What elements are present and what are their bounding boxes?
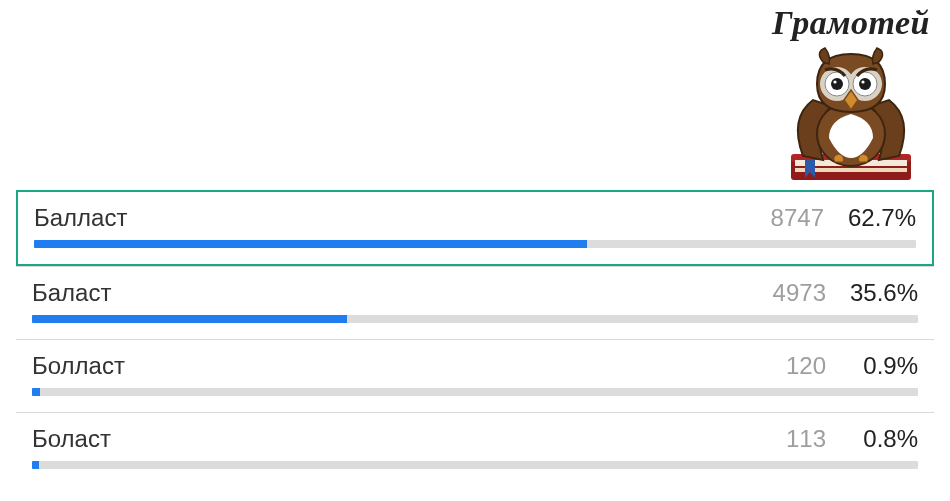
option-count: 120 <box>762 352 826 380</box>
option-label: Болласт <box>32 352 750 380</box>
brand: Грамотей <box>772 4 930 192</box>
option-bar-fill <box>32 461 39 469</box>
svg-point-11 <box>833 80 836 83</box>
poll-option[interactable]: Баласт 4973 35.6% <box>16 266 934 339</box>
poll-option[interactable]: Болласт 120 0.9% <box>16 339 934 412</box>
svg-point-9 <box>831 78 843 90</box>
option-bar-fill <box>32 388 40 396</box>
svg-point-10 <box>859 78 871 90</box>
option-count: 8747 <box>760 204 824 232</box>
header: Грамотей <box>0 0 950 192</box>
option-percent: 62.7% <box>836 204 916 232</box>
option-bar-fill <box>32 315 347 323</box>
option-count: 113 <box>762 425 826 453</box>
option-percent: 0.8% <box>838 425 918 453</box>
svg-point-12 <box>861 80 864 83</box>
option-percent: 35.6% <box>838 279 918 307</box>
option-percent: 0.9% <box>838 352 918 380</box>
option-bar <box>34 240 916 248</box>
poll: Балласт 8747 62.7% Баласт 4973 35.6% Бол… <box>0 190 950 497</box>
poll-option[interactable]: Боласт 113 0.8% <box>16 412 934 485</box>
option-label: Балласт <box>34 204 748 232</box>
option-label: Баласт <box>32 279 750 307</box>
option-label: Боласт <box>32 425 750 453</box>
option-bar <box>32 315 918 323</box>
option-bar <box>32 461 918 469</box>
brand-title: Грамотей <box>772 4 930 42</box>
option-count: 4973 <box>762 279 826 307</box>
poll-option[interactable]: Балласт 8747 62.7% <box>16 190 934 266</box>
option-bar <box>32 388 918 396</box>
option-bar-fill <box>34 240 587 248</box>
owl-on-book-icon <box>775 42 927 192</box>
